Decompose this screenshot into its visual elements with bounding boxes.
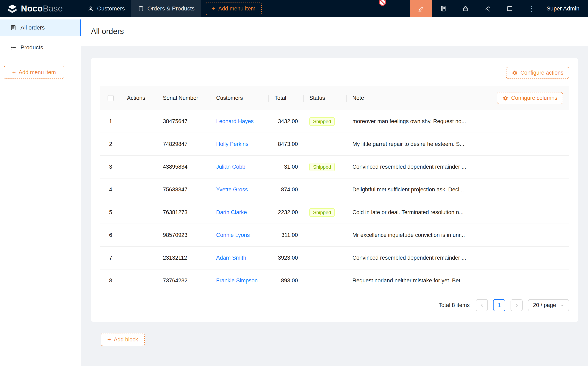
status-cell [304,178,347,201]
highlighter-icon [418,5,424,12]
add-menu-item-button-sidebar[interactable]: + Add menu item [4,66,64,79]
list-icon [10,45,16,51]
customer-cell: Darin Clarke [211,201,269,224]
pagination-page-1[interactable]: 1 [493,299,505,311]
row-index: 6 [100,224,121,246]
customer-link[interactable]: Connie Lyons [216,232,250,238]
chevron-left-icon [480,303,484,308]
book-icon [440,5,447,12]
total-cell: 8473.00 [269,133,304,156]
nav-orders-products[interactable]: Orders & Products [131,0,201,17]
logo-text-noco: Noco [21,4,43,13]
select-all-checkbox[interactable] [108,95,114,101]
customer-link[interactable]: Julian Cobb [216,164,245,170]
customer-link[interactable]: Leonard Hayes [216,118,254,124]
customer-cell: Julian Cobb [211,156,269,178]
logo[interactable]: NocoBase [0,3,81,14]
pagination-prev-button[interactable] [476,299,488,311]
orders-table-block: Configure actions Actions Serial Number … [91,58,578,322]
configure-actions-button[interactable]: Configure actions [506,67,569,79]
layout-icon-button[interactable] [499,0,521,17]
table-row: 274829847Holly Perkins8473.00My little g… [100,133,569,156]
note-cell: Delightful met sufficient projection ask… [347,178,481,201]
actions-cell [121,224,157,246]
total-cell: 3923.00 [269,246,304,269]
status-cell [304,224,347,246]
row-index: 7 [100,246,121,269]
actions-cell [121,269,157,292]
row-index: 3 [100,156,121,178]
chevron-right-icon [514,303,519,308]
serial-number-cell: 73764232 [157,269,211,292]
nav-customers[interactable]: Customers [81,0,131,17]
more-icon-button[interactable]: ⋮ [521,0,543,17]
row-index: 4 [100,178,121,201]
note-cell: My little garret repair to desire he est… [347,133,481,156]
customer-cell: Frankie Simpson [211,269,269,292]
page-title: All orders [91,27,124,36]
configure-columns-button[interactable]: Configure columns [497,92,563,104]
topbar-actions: ⋮ Super Admin [410,0,588,17]
column-header-status: Status [304,86,347,110]
status-cell [304,246,347,269]
add-menu-item-label: Add menu item [218,6,256,12]
plus-icon: + [212,6,216,12]
serial-number-cell: 74829847 [157,133,211,156]
pagination-next-button[interactable] [511,299,523,311]
sidebar-item-label: Products [21,44,43,51]
total-cell: 2232.00 [269,201,304,224]
row-config-cell [481,110,569,133]
note-cell: Convinced resembled dependent remainder … [347,246,481,269]
status-cell: Shipped [304,156,347,178]
gear-icon [512,70,518,76]
total-cell: 893.00 [269,269,304,292]
column-header-note: Note [347,86,481,110]
user-menu[interactable]: Super Admin [543,5,588,12]
customer-link[interactable]: Darin Clarke [216,209,247,215]
customer-link[interactable]: Holly Perkins [216,141,249,147]
content-area: Configure actions Actions Serial Number … [81,46,588,346]
sidebar-item-all-orders[interactable]: All orders [0,19,81,36]
table-header-row: Actions Serial Number Customers Total St… [100,86,569,110]
share-nodes-icon-button[interactable] [476,0,499,17]
row-config-cell [481,156,569,178]
row-index: 2 [100,133,121,156]
nav-label: Orders & Products [147,5,195,12]
customer-link[interactable]: Frankie Simpson [216,277,258,284]
table-row: 873764232Frankie Simpson893.00Request no… [100,269,569,292]
total-cell: 3432.00 [269,110,304,133]
pagination: Total 8 items 1 20 / page [100,299,569,311]
page-size-select[interactable]: 20 / page [528,299,569,311]
row-config-cell [481,178,569,201]
nocobase-logo-icon [7,3,18,14]
serial-number-cell: 38475647 [157,110,211,133]
plus-icon: + [107,336,111,343]
status-badge: Shipped [309,208,335,217]
row-config-cell [481,269,569,292]
logo-text-base: Base [43,4,63,13]
orders-table-body: 138475647Leonard Hayes3432.00Shippedmore… [100,110,569,292]
customer-link[interactable]: Adam Smith [216,255,246,261]
table-row: 576381273Darin Clarke2232.00ShippedCold … [100,201,569,224]
actions-cell [121,110,157,133]
customer-cell: Yvette Gross [211,178,269,201]
table-row: 343895834Julian Cobb31.00ShippedConvince… [100,156,569,178]
book-icon-button[interactable] [432,0,454,17]
ellipsis-icon: ⋮ [528,5,535,12]
gear-icon [503,95,508,101]
layout-icon [506,5,513,12]
configure-actions-label: Configure actions [520,70,563,76]
row-config-cell [481,201,569,224]
customer-link[interactable]: Yvette Gross [216,186,248,193]
status-cell [304,133,347,156]
customer-cell: Adam Smith [211,246,269,269]
sidebar-item-products[interactable]: Products [0,39,81,56]
status-cell: Shipped [304,201,347,224]
add-block-button[interactable]: + Add block [101,333,145,346]
lock-icon-button[interactable] [454,0,476,17]
lock-icon [462,5,469,12]
nav-label: Customers [97,5,125,12]
ui-editor-button[interactable] [410,0,432,17]
add-menu-item-button-topbar[interactable]: + Add menu item [206,2,262,15]
row-config-cell [481,133,569,156]
